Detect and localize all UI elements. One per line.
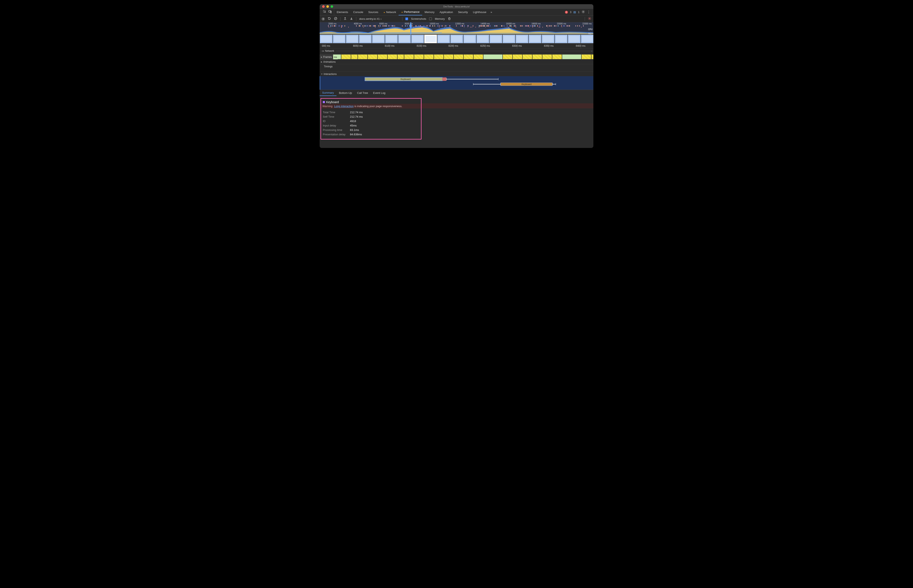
tab-summary[interactable]: Summary [320, 90, 337, 96]
target-selector[interactable]: docs.sentry.io #1 [359, 17, 399, 20]
error-count[interactable]: 3 [570, 11, 571, 14]
clear-button[interactable] [334, 17, 337, 21]
filmstrip-thumb[interactable] [450, 34, 463, 44]
filmstrip-thumb[interactable] [346, 34, 359, 44]
frame-segment[interactable] [474, 55, 483, 59]
filmstrip-thumb[interactable] [542, 34, 555, 44]
issues-icon[interactable]: ▤ [573, 11, 576, 14]
frame-segment[interactable] [388, 55, 397, 59]
frame-segment[interactable] [533, 55, 542, 59]
tab-event-log[interactable]: Event Log [371, 90, 388, 96]
frame-segment[interactable] [424, 55, 434, 59]
disclose-icon[interactable]: ▶ [322, 50, 324, 52]
frame-segment[interactable] [368, 55, 377, 59]
error-badge-icon[interactable]: ✕ [565, 11, 568, 14]
frame-segment[interactable] [542, 55, 552, 59]
frame-segment[interactable] [523, 55, 532, 59]
frame-segment[interactable] [341, 55, 351, 59]
filmstrip-thumb[interactable] [385, 34, 398, 44]
filmstrip-thumb[interactable] [320, 34, 333, 44]
selection-handle-right[interactable] [410, 24, 412, 27]
filmstrip-thumb[interactable] [529, 34, 542, 44]
tab-network[interactable]: Network [381, 9, 399, 15]
tab-elements[interactable]: Elements [334, 9, 351, 15]
frame-segment[interactable] [464, 55, 473, 59]
frame-segment[interactable] [513, 55, 522, 59]
disclose-icon[interactable]: ▼ [321, 73, 323, 75]
collect-garbage-button[interactable] [448, 17, 451, 21]
interactions-lane[interactable]: KeyboardKeyboard [320, 76, 593, 90]
interaction-bar[interactable]: Keyboard [365, 78, 499, 81]
more-tabs-icon[interactable]: » [489, 9, 494, 15]
filmstrip-thumb[interactable] [398, 34, 411, 44]
save-profile-button[interactable] [350, 17, 353, 21]
tab-bottom-up[interactable]: Bottom-Up [337, 90, 355, 96]
device-toggle-icon[interactable] [329, 10, 332, 14]
frame-segment[interactable] [398, 55, 404, 59]
tab-application[interactable]: Application [437, 9, 456, 15]
close-window-button[interactable] [322, 5, 325, 8]
filmstrip-thumb[interactable] [555, 34, 568, 44]
tab-lighthouse[interactable]: Lighthouse [470, 9, 489, 15]
tab-console[interactable]: Console [351, 9, 366, 15]
filmstrip-thumb[interactable] [515, 34, 529, 44]
filmstrip-thumb[interactable] [359, 34, 372, 44]
interaction-bar[interactable]: Keyboard [473, 82, 556, 86]
frame-segment[interactable] [552, 55, 562, 59]
record-button[interactable] [322, 18, 325, 20]
capture-settings-icon[interactable] [588, 17, 591, 21]
frame-segment[interactable] [484, 55, 502, 59]
interactions-track-header[interactable]: ▼Interactions [320, 71, 593, 76]
long-interaction-link[interactable]: Long interaction [334, 105, 354, 108]
filmstrip-thumb[interactable] [411, 34, 424, 44]
tab-memory[interactable]: Memory [422, 9, 437, 15]
frame-segment[interactable] [378, 55, 387, 59]
issue-count[interactable]: 1 [578, 11, 580, 14]
tab-security[interactable]: Security [455, 9, 470, 15]
frame-segment[interactable] [404, 55, 414, 59]
filmstrip-thumb[interactable] [476, 34, 489, 44]
filmstrip-thumb[interactable] [372, 34, 385, 44]
frame-segment[interactable] [414, 55, 424, 59]
frame-segment[interactable] [581, 55, 591, 59]
disclose-icon[interactable]: ▶ [321, 56, 322, 58]
frame-segment[interactable] [562, 55, 581, 59]
filmstrip-thumb[interactable] [581, 34, 593, 44]
filmstrip-thumb[interactable] [489, 34, 502, 44]
overview-timeline[interactable]: 2000 ms4000 ms6000 ms8000 ms10000 ms1200… [320, 22, 593, 34]
kebab-menu-icon[interactable]: ⋮ [587, 10, 591, 14]
minimize-window-button[interactable] [326, 5, 329, 8]
network-track[interactable]: -▶Network [320, 48, 593, 53]
reload-record-button[interactable] [328, 17, 331, 21]
zoom-window-button[interactable] [330, 5, 333, 8]
animations-track[interactable]: ▶Animations [320, 59, 593, 64]
filmstrip-thumb[interactable] [463, 34, 476, 44]
memory-checkbox[interactable] [429, 18, 432, 20]
filmstrip-thumb[interactable] [424, 34, 437, 44]
frame-segment[interactable] [338, 55, 341, 59]
load-profile-button[interactable] [343, 17, 347, 21]
frame-segment[interactable] [454, 55, 463, 59]
frame-segment[interactable] [351, 55, 358, 59]
inspect-icon[interactable] [323, 10, 326, 14]
frame-segment[interactable] [434, 55, 444, 59]
frames-track[interactable]: ▶Frames ms [320, 54, 593, 59]
filmstrip-thumb[interactable] [502, 34, 515, 44]
tab-call-tree[interactable]: Call Tree [355, 90, 371, 96]
filmstrip-thumb[interactable] [568, 34, 581, 44]
frame-segment[interactable] [444, 55, 453, 59]
detail-ruler[interactable]: 000 ms8050 ms8100 ms8150 ms8200 ms8250 m… [320, 44, 593, 48]
filmstrip-thumb[interactable] [333, 34, 346, 44]
screenshot-filmstrip[interactable] [320, 34, 593, 44]
disclose-icon[interactable]: ▶ [321, 61, 322, 63]
frame-segment[interactable] [358, 55, 367, 59]
screenshots-checkbox[interactable] [405, 18, 408, 20]
filmstrip-thumb[interactable] [437, 34, 450, 44]
overview-selection[interactable] [410, 22, 411, 34]
timings-track[interactable]: Timings [320, 64, 593, 69]
settings-icon[interactable] [581, 10, 585, 14]
frame-segment[interactable] [591, 55, 593, 59]
tab-sources[interactable]: Sources [366, 9, 381, 15]
frame-segment[interactable] [503, 55, 512, 59]
tab-performance[interactable]: Performance [398, 9, 422, 15]
